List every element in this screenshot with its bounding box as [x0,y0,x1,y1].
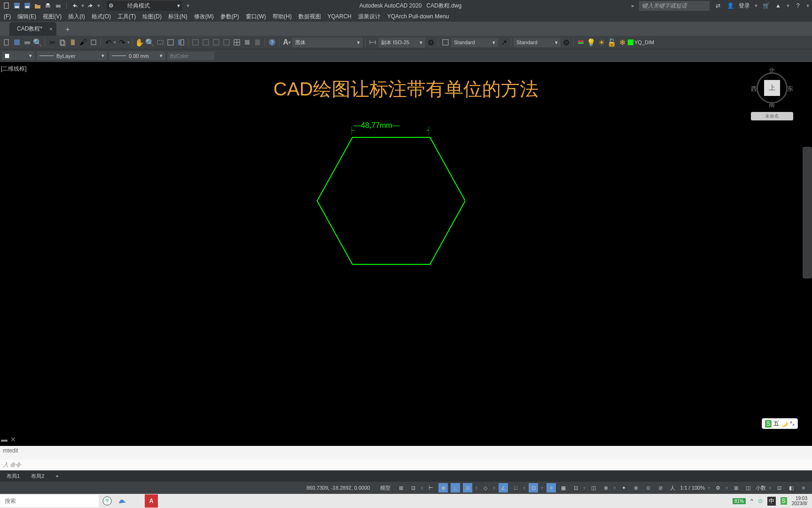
menu-window[interactable]: 窗口(W) [246,13,266,21]
dim2-icon[interactable] [201,38,211,47]
font-dropdown[interactable]: 黑体▾ [292,38,363,48]
menu-draw[interactable]: 绘图(D) [142,13,162,21]
print-icon[interactable] [23,38,32,47]
ortho-icon[interactable]: ∟ [451,483,460,492]
qv-icon[interactable]: ⊡ [774,483,784,492]
calc-icon[interactable] [253,38,262,47]
gizmo-icon[interactable]: ⊕ [601,483,610,492]
menu-help[interactable]: 帮助(H) [273,13,292,21]
linetype-dropdown[interactable]: ByLayer▾ [37,51,107,60]
login-label[interactable]: 登录 [739,2,750,10]
clean-icon[interactable]: ◧ [787,483,796,492]
tablestyle-dropdown[interactable]: Standard▾ [451,38,498,47]
new-file-icon[interactable] [2,38,11,47]
menu-yqarch[interactable]: YQARCH [328,13,351,20]
menu-edit[interactable]: 编辑(E) [17,13,36,21]
taskbar-search[interactable] [0,495,99,507]
open-icon[interactable] [34,2,41,9]
taskbar-autocad[interactable]: A [145,494,158,508]
layer-mgr-icon[interactable] [576,38,586,47]
dimstyle-dropdown[interactable]: 副本 ISO-25▾ [378,38,425,48]
gear2-icon[interactable]: ⚙ [713,483,723,492]
search-box[interactable]: 键入关键字或短语 [639,1,710,11]
menu-view[interactable]: 视图(V) [43,13,62,21]
tray-defender-icon[interactable]: ⊙ [758,498,763,504]
undo-icon[interactable]: ↶ [103,38,113,47]
mleader-icon[interactable]: ↗ [499,38,508,47]
dyn-icon[interactable]: ⊕ [438,483,448,492]
menu-format[interactable]: 格式(O) [92,13,111,21]
menu-file[interactable]: (F) [4,13,11,20]
xref-icon[interactable] [242,38,252,47]
ime-widget[interactable]: S 五 🌙 °ₓ [762,418,798,429]
help-icon[interactable]: ? [794,2,802,9]
taskbar-app-2[interactable] [116,494,129,508]
dim1-icon[interactable] [191,38,200,47]
user-icon[interactable]: 👤 [726,2,734,9]
scale-label[interactable]: 1:1 / 100% [680,485,705,491]
lock-icon[interactable]: 🔓 [607,38,617,47]
paste-icon[interactable] [68,38,78,47]
qp2-icon[interactable]: ◫ [743,483,753,492]
color-dropdown[interactable]: ▾ [2,51,35,60]
menu-yqarch-pull[interactable]: YQArch Pull-down Menu [387,13,449,20]
print-icon[interactable] [55,2,62,9]
text-icon[interactable]: A▾ [282,38,291,47]
battery-indicator[interactable]: 81% [733,498,746,504]
tray-lang[interactable]: 中 [767,497,776,506]
annot3-icon[interactable]: ⊙ [643,483,653,492]
units-label[interactable]: 小数 [756,484,766,492]
dimstyle-icon[interactable]: ⚙ [426,38,436,47]
connect-icon[interactable]: ⇄ [714,2,722,9]
lwt-icon[interactable]: ≡ [547,483,556,492]
table-icon[interactable] [232,38,242,47]
save-file-icon[interactable] [12,38,22,47]
mlstyle-icon[interactable]: ⚙ [562,38,571,47]
otrack-icon[interactable]: ⊡ [529,483,538,492]
snap-icon[interactable]: ⊡ [408,483,418,492]
scale-icon[interactable]: 人 [668,483,677,492]
redo-icon[interactable] [87,2,94,9]
infer-icon[interactable]: ⊢ [426,483,436,492]
command-handle[interactable]: ▬✕ [1,436,16,443]
help2-icon[interactable]: ? [267,38,277,47]
command-input[interactable]: 入 命令 [0,460,812,470]
customize-icon[interactable]: ≡ [799,483,808,492]
dim4-icon[interactable] [222,38,231,47]
menu-parametric[interactable]: 参数(P) [220,13,239,21]
copy-icon[interactable] [58,38,67,47]
properties-icon[interactable] [176,38,186,47]
drawing-canvas[interactable]: [二维线框] CAD绘图让标注带有单位的方法 —48,77mm— 北 南 西 东… [0,62,812,376]
cut-icon[interactable]: ✂ [47,38,57,47]
redo-icon[interactable]: ↷ [117,38,126,47]
block-icon[interactable] [89,38,98,47]
bulb-icon[interactable]: 💡 [586,38,596,47]
document-tab[interactable]: CAD教程* × [9,22,56,36]
matchprop-icon[interactable]: 🖌 [78,38,88,47]
annot-icon[interactable]: ✦ [619,483,628,492]
menu-dataview[interactable]: 数据视图 [298,13,321,21]
app-icon[interactable]: ▲ [774,2,782,9]
tray-chevron-icon[interactable]: ^ [750,498,753,504]
polar-icon[interactable]: ⊙ [463,483,472,492]
zoom-window-icon[interactable] [156,38,165,47]
3dosnap-icon[interactable]: □ [511,483,520,492]
zoom-icon[interactable]: 🔍 [145,38,155,47]
view-cube[interactable]: 北 南 西 东 上 未命名 [751,67,793,123]
close-icon[interactable]: × [49,26,53,32]
sun-icon[interactable]: ☀ [597,38,606,47]
zoom-extents-icon[interactable] [166,38,175,47]
menu-modify[interactable]: 修改(M) [194,13,214,21]
saveas-icon[interactable] [23,2,31,9]
workspace-dropdown[interactable]: ⚙ 经典模式 ▾ [107,1,182,11]
selection-icon[interactable]: ◫ [589,483,598,492]
mleaderstyle-dropdown[interactable]: Standard▾ [514,38,561,47]
tray-ime[interactable]: S [781,497,787,505]
command-line[interactable]: mtedit 入 命令 [0,446,812,470]
cycling-icon[interactable]: ⊡ [571,483,580,492]
new-icon[interactable] [3,2,10,9]
preview-icon[interactable]: 🔍 [33,38,42,47]
plot-icon[interactable] [44,2,52,9]
menu-tools[interactable]: 工具(T) [117,13,136,21]
tray-clock[interactable]: 19:03 2023/8/ [792,496,807,506]
